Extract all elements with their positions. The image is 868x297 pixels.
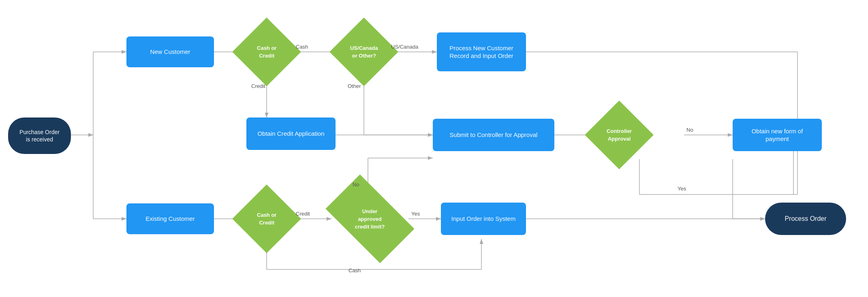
obtain-credit-node: Obtain Credit Application [246, 118, 336, 150]
purchase-order-node: Purchase Order is received [8, 118, 71, 154]
label-cash-bottom: Cash [348, 267, 361, 273]
under-limit-node: Under approved credit limit? [325, 174, 414, 263]
label-yes-controller: Yes [678, 186, 686, 192]
input-order-node: Input Order into System [441, 203, 526, 235]
process-new-customer-node: Process New Customer Record and Input Or… [437, 32, 526, 71]
process-order-node: Process Order [765, 203, 846, 235]
controller-approval-node: Controller Approval [585, 100, 654, 169]
cash-credit-new-node: Cash or Credit [232, 17, 301, 86]
label-us-canada: US/Canada [391, 44, 418, 50]
obtain-payment-node: Obtain new form of payment [733, 119, 822, 151]
cash-credit-existing-node: Cash or Credit [232, 184, 301, 253]
label-yes-limit: Yes [411, 211, 420, 217]
existing-customer-node: Existing Customer [126, 203, 214, 234]
label-no-limit: No [353, 182, 359, 188]
new-customer-node: New Customer [126, 36, 214, 67]
submit-controller-node: Submit to Controller for Approval [433, 119, 554, 151]
label-other: Other [348, 83, 361, 89]
label-cash-top: Cash [296, 44, 308, 50]
label-credit-bottom: Credit [296, 211, 310, 217]
label-credit-top: Credit [251, 83, 265, 89]
us-canada-node: US/Canada or Other? [329, 17, 398, 86]
flowchart: Purchase Order is received New Customer … [0, 0, 868, 297]
label-no-controller: No [686, 127, 693, 133]
